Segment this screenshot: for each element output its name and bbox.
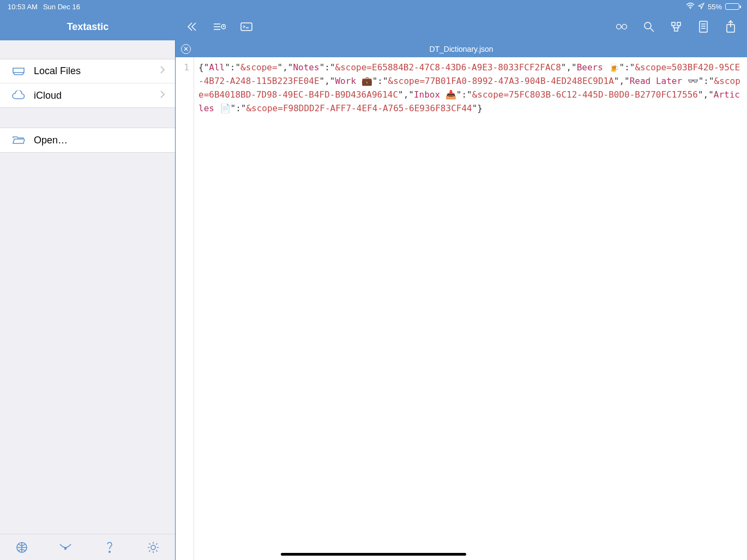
svg-rect-9 [700,21,707,32]
svg-point-13 [109,551,110,552]
line-gutter: 1 [176,57,194,560]
search-icon[interactable] [642,20,655,33]
svg-rect-8 [674,28,678,31]
nav-bar: Textastic [0,13,747,40]
location-icon [698,3,704,11]
symbols-icon[interactable] [670,20,683,33]
sidebar: Local Files iCloud Open… [0,40,176,560]
svg-rect-6 [672,22,675,26]
filename-label: DT_Dictionary.json [429,45,493,53]
cloud-icon [11,91,26,100]
inbox-emoji: 📥 [445,89,456,100]
svg-rect-7 [677,22,680,26]
code-content[interactable]: {"All":"&scope=","Notes":"&scope=E65884B… [194,57,747,560]
sidebar-item-local-files[interactable]: Local Files [0,59,175,83]
wifi-icon [686,3,695,11]
sidebar-item-open[interactable]: Open… [0,128,175,152]
svg-point-5 [644,22,651,29]
recent-files-icon[interactable] [213,20,226,33]
sidebar-item-icloud[interactable]: iCloud [0,83,175,107]
share-icon[interactable] [724,20,737,33]
file-tab-bar: ✕ DT_Dictionary.json [176,40,747,57]
sidebar-item-label: iCloud [34,90,62,101]
preview-glasses-icon[interactable] [615,20,628,33]
glasses-emoji: 👓 [688,76,698,86]
help-icon[interactable] [103,540,117,555]
svg-point-0 [690,8,691,9]
svg-point-12 [65,547,67,549]
app-title: Textastic [0,13,176,40]
svg-point-14 [151,545,155,550]
connection-icon[interactable] [58,540,73,555]
terminal-icon[interactable] [240,20,253,33]
sidebar-item-label: Open… [34,135,68,146]
battery-icon [725,3,739,10]
status-time: 10:53 AM [8,3,38,11]
home-indicator[interactable] [281,553,466,556]
battery-pct: 55% [708,3,722,11]
file-properties-icon[interactable] [697,20,710,33]
beer-emoji: 🍺 [609,62,619,73]
status-bar: 10:53 AM Sun Dec 16 55% [0,0,747,13]
gear-icon[interactable] [146,540,160,555]
code-editor[interactable]: 1 {"All":"&scope=","Notes":"&scope=E6588… [176,57,747,560]
svg-point-3 [617,25,622,29]
tray-icon [11,66,26,77]
chevron-right-icon [160,65,165,77]
svg-rect-2 [241,23,252,31]
svg-point-4 [622,25,627,29]
folder-open-icon [11,135,26,146]
close-file-icon[interactable]: ✕ [181,44,191,54]
status-date: Sun Dec 16 [43,3,80,11]
back-icon[interactable] [185,20,198,33]
sidebar-item-label: Local Files [34,65,81,77]
sidebar-bottom-toolbar [0,534,175,560]
line-number: 1 [176,61,189,74]
page-emoji: 📄 [220,103,231,113]
globe-icon[interactable] [15,540,29,555]
briefcase-emoji: 💼 [362,76,372,86]
chevron-right-icon [160,90,165,101]
